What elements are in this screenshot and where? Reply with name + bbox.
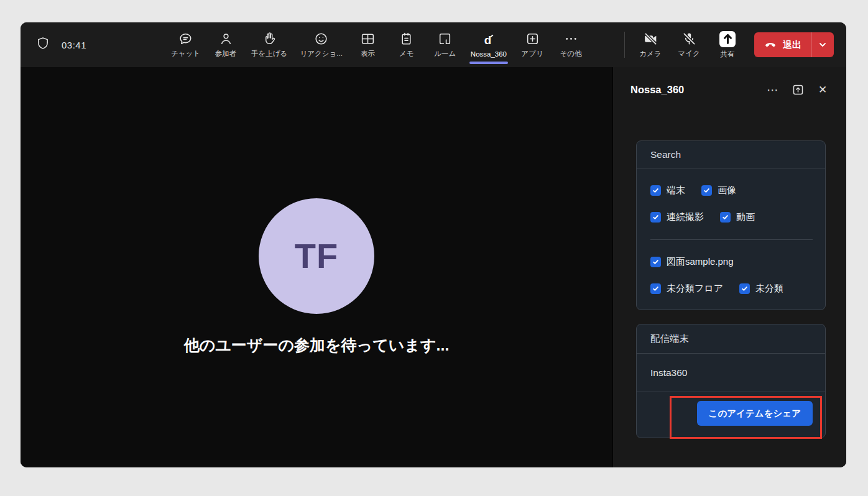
checkbox-burst-shots[interactable]: 連続撮影 xyxy=(650,211,704,223)
panel-header: Nossa_360 ⋯ ✕ xyxy=(613,67,846,107)
toolbar-raise-hand[interactable]: 手を上げる xyxy=(247,30,291,60)
waiting-message: 他のユーザーの参加を待っています... xyxy=(184,335,450,356)
toolbar-participants[interactable]: 参加者 xyxy=(209,30,242,60)
close-icon: ✕ xyxy=(818,85,827,95)
meeting-window: 03:41 チャット 参加者 xyxy=(21,22,846,467)
toolbar-chat[interactable]: チャット xyxy=(167,30,204,60)
panel-more-dots-icon: ⋯ xyxy=(767,84,779,96)
checkbox-checked-icon xyxy=(701,185,712,196)
more-dots-icon xyxy=(563,31,579,47)
toolbar-left-section: 03:41 xyxy=(35,36,167,53)
leave-label: 退出 xyxy=(783,39,801,51)
toolbar-center-group: チャット 参加者 xyxy=(167,30,588,60)
toolbar-reactions-label: リアクショ... xyxy=(300,49,342,58)
checkbox-device[interactable]: 端末 xyxy=(650,185,685,196)
share-screen-button[interactable]: 共有 xyxy=(711,30,744,60)
search-card: Search 端末 画像 xyxy=(636,140,826,310)
device-list-item[interactable]: Insta360 xyxy=(637,354,825,392)
toolbar-chat-label: チャット xyxy=(171,49,200,58)
toolbar-nossa360[interactable]: d Nossa_360 xyxy=(467,31,510,59)
mic-off-icon xyxy=(681,31,697,47)
shield-icon xyxy=(35,36,50,53)
panel-title: Nossa_360 xyxy=(630,84,765,96)
apps-icon xyxy=(525,31,540,47)
camera-off-icon xyxy=(643,31,658,47)
checkbox-unclassified-floor[interactable]: 未分類フロア xyxy=(650,283,723,295)
search-card-title: Search xyxy=(637,141,825,168)
share-screen-label: 共有 xyxy=(721,50,735,59)
camera-label: カメラ xyxy=(639,49,661,58)
toolbar-more[interactable]: その他 xyxy=(554,30,588,60)
toolbar-view[interactable]: 表示 xyxy=(351,30,385,60)
participants-icon xyxy=(218,31,234,47)
popout-icon xyxy=(792,83,805,96)
toolbar-device-group: カメラ マイク xyxy=(634,30,744,60)
streaming-device-card: 配信端末 Insta360 このアイテムをシェア xyxy=(636,324,826,438)
toolbar-apps[interactable]: アプリ xyxy=(515,30,549,60)
share-item-button[interactable]: このアイテムをシェア xyxy=(697,401,813,426)
mic-toggle[interactable]: マイク xyxy=(672,30,706,60)
rooms-icon xyxy=(437,31,453,47)
view-grid-icon xyxy=(360,31,376,47)
avatar: TF xyxy=(259,198,374,314)
toolbar-more-label: その他 xyxy=(560,49,581,58)
toolbar-rooms-label: ルーム xyxy=(434,49,456,58)
checkbox-drawing-sample[interactable]: 図面sample.png xyxy=(650,256,734,268)
toolbar-notes[interactable]: メモ xyxy=(390,30,423,60)
panel-more-button[interactable]: ⋯ xyxy=(765,82,780,97)
share-screen-icon xyxy=(719,31,736,47)
toolbar-participants-label: 参加者 xyxy=(215,49,237,58)
panel-popout-button[interactable] xyxy=(790,82,805,97)
search-card-divider xyxy=(650,239,813,240)
toolbar-raise-hand-label: 手を上げる xyxy=(251,49,287,58)
toolbar-view-label: 表示 xyxy=(361,49,375,58)
toolbar-divider xyxy=(624,32,625,58)
reactions-smiley-icon xyxy=(313,31,329,47)
toolbar-rooms[interactable]: ルーム xyxy=(428,30,462,60)
nossa360-app-icon: d xyxy=(481,32,496,48)
meeting-toolbar: 03:41 チャット 参加者 xyxy=(21,22,846,67)
checkbox-checked-icon xyxy=(650,185,661,196)
toolbar-reactions[interactable]: リアクショ... xyxy=(296,30,346,60)
meeting-stage: TF 他のユーザーの参加を待っています... xyxy=(21,67,612,467)
checkbox-checked-icon xyxy=(739,283,750,294)
leave-split-button: 退出 xyxy=(754,32,834,57)
svg-text:d: d xyxy=(484,33,491,46)
leave-button[interactable]: 退出 xyxy=(754,32,811,57)
checkbox-checked-icon xyxy=(650,283,661,294)
hang-up-phone-icon xyxy=(764,37,777,53)
leave-menu-chevron[interactable] xyxy=(811,32,834,57)
nossa360-side-panel: Nossa_360 ⋯ ✕ xyxy=(612,67,846,467)
checkbox-unclassified[interactable]: 未分類 xyxy=(739,283,783,295)
camera-toggle[interactable]: カメラ xyxy=(634,30,667,60)
toolbar-apps-label: アプリ xyxy=(521,49,543,58)
checkbox-checked-icon xyxy=(650,257,661,267)
panel-close-button[interactable]: ✕ xyxy=(815,82,830,97)
toolbar-nossa360-label: Nossa_360 xyxy=(471,50,507,58)
notes-icon xyxy=(399,31,414,47)
checkbox-image[interactable]: 画像 xyxy=(701,185,736,196)
device-card-title: 配信端末 xyxy=(637,324,825,354)
checkbox-video[interactable]: 動画 xyxy=(720,211,755,223)
raise-hand-icon xyxy=(262,31,277,47)
meeting-timer: 03:41 xyxy=(62,40,86,50)
toolbar-notes-label: メモ xyxy=(399,49,414,58)
checkbox-checked-icon xyxy=(720,212,731,223)
checkbox-checked-icon xyxy=(650,212,661,223)
mic-label: マイク xyxy=(678,49,699,58)
chat-icon xyxy=(178,31,193,47)
